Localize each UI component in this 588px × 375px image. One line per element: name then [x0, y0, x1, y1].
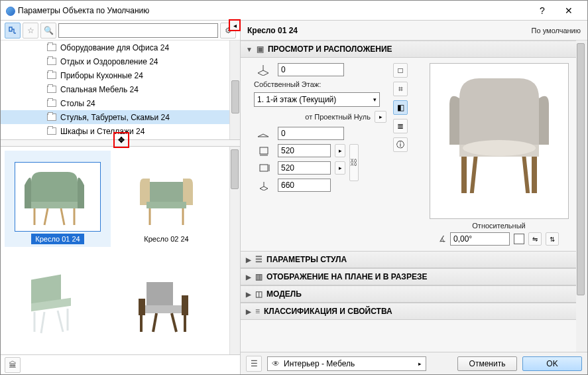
tree-item[interactable]: Отдых и Оздоровление 24	[1, 54, 240, 68]
chair-tree-icon	[8, 26, 17, 35]
search-button[interactable]: 🔍	[40, 23, 56, 38]
height-row	[254, 179, 345, 192]
tree-item-label: Оборудование для Офиса 24	[60, 43, 169, 52]
titlebar: Параметры Объекта по Умолчанию ? ✕	[1, 1, 587, 21]
mirror-y-button[interactable]: ⇅	[546, 232, 559, 246]
library-tree-button[interactable]	[5, 23, 21, 38]
section-model-head[interactable]: ▶ ◫ МОДЕЛЬ	[241, 285, 587, 303]
plan-icon: ⌗	[398, 84, 403, 94]
svg-line-11	[58, 311, 63, 332]
width-icon	[254, 144, 274, 157]
layer-combo-value: Интерьер - Мебель	[284, 359, 355, 368]
chain-icon: ⛓	[350, 158, 358, 167]
width-flip-button[interactable]: ▸	[335, 144, 345, 157]
height-input[interactable]	[278, 179, 331, 192]
tree-scroll-thumb[interactable]	[231, 80, 239, 113]
library-manager-button[interactable]: 🏛	[5, 357, 21, 373]
square-icon: □	[398, 66, 402, 75]
left-footer: 🏛	[1, 354, 240, 374]
left-panel: ◂ ☆ 🔍 ⚙ Оборудование для Офиса 24	[1, 21, 241, 374]
preview-mode-symbol[interactable]: □	[393, 63, 408, 78]
dialog-body: ◂ ☆ 🔍 ⚙ Оборудование для Офиса 24	[1, 21, 587, 374]
object-thumb	[15, 162, 101, 232]
depth-flip-button[interactable]: ▸	[335, 161, 345, 175]
reference-button[interactable]: ▸	[375, 111, 386, 123]
ok-button[interactable]: OK	[522, 356, 582, 371]
move-cursor-icon: ✥	[113, 132, 129, 148]
list-icon: ≡	[255, 307, 260, 316]
mirror-x-button[interactable]: ⇋	[528, 232, 542, 246]
help-button[interactable]: ?	[529, 1, 556, 20]
chevron-right-icon: ▸	[418, 360, 422, 367]
svg-line-2	[44, 208, 48, 225]
angle-input[interactable]	[450, 232, 510, 246]
object-item[interactable]	[113, 250, 219, 346]
folder-icon	[47, 44, 56, 51]
grid-scrollbar[interactable]	[229, 147, 240, 354]
tree-item[interactable]: Столы 24	[1, 96, 240, 110]
origin-z-input[interactable]	[278, 63, 344, 76]
chevron-right-icon: ▶	[246, 308, 251, 315]
layer-combo[interactable]: 👁 Интерьер - Мебель ▸	[267, 356, 426, 371]
own-story-label: Собственный Этаж:	[254, 80, 386, 88]
level-icon	[254, 127, 274, 140]
project-zero-input[interactable]	[278, 127, 344, 140]
section-params-head[interactable]: ▶ ☰ ПАРАМЕТРЫ СТУЛА	[241, 251, 587, 268]
params-icon: ☰	[255, 255, 263, 264]
favorite-button[interactable]: ☆	[23, 23, 38, 38]
grid-scroll-thumb[interactable]	[231, 149, 239, 189]
preview-3d[interactable]	[430, 63, 569, 219]
story-select[interactable]: 1. 1-й этаж (Текущий) ▾	[254, 92, 380, 107]
object-item[interactable]	[5, 250, 111, 346]
story-select-value: 1. 1-й этаж (Текущий)	[257, 95, 336, 104]
link-dimensions-button[interactable]: ⛓	[349, 144, 359, 181]
preview-mode-elevation[interactable]: ≣	[393, 119, 408, 133]
tree-item[interactable]: Оборудование для Офиса 24	[1, 40, 240, 54]
close-button[interactable]: ✕	[556, 1, 582, 20]
section-class-head[interactable]: ▶ ≡ КЛАССИФИКАЦИЯ И СВОЙСТВА	[241, 303, 587, 320]
relative-label: Относительный	[472, 222, 525, 230]
width-input[interactable]	[278, 144, 331, 157]
object-item-selected[interactable]: Кресло 01 24	[5, 151, 111, 247]
preview-info[interactable]: ⓘ	[393, 137, 408, 152]
cancel-button[interactable]: Отменить	[457, 356, 517, 371]
split-divider[interactable]: ✥	[1, 140, 240, 147]
chevron-down-icon: ▾	[373, 96, 377, 103]
collapse-left-button[interactable]: ◂	[229, 19, 241, 31]
search-input[interactable]	[58, 23, 218, 38]
tree-scrollbar[interactable]	[229, 40, 240, 139]
folder-icon	[47, 86, 56, 93]
section-model-title: МОДЕЛЬ	[266, 289, 302, 299]
info-icon: ⓘ	[396, 139, 404, 151]
folder-icon	[47, 113, 56, 121]
depth-icon	[254, 161, 274, 175]
right-scrollbar[interactable]	[576, 40, 587, 352]
svg-rect-27	[532, 157, 537, 193]
section-plan-head[interactable]: ▶ ▥ ОТОБРАЖЕНИЕ НА ПЛАНЕ И В РАЗРЕЗЕ	[241, 268, 587, 285]
tree-item-label: Стулья, Табуреты, Скамьи 24	[60, 113, 170, 122]
height-icon	[254, 179, 274, 192]
from-zero-row: от Проектный Нуль ▸	[254, 111, 386, 123]
tree-item[interactable]: Спальная Мебель 24	[1, 82, 240, 96]
layers-icon: ☰	[251, 359, 258, 368]
svg-rect-22	[260, 147, 268, 154]
preview-mode-3d[interactable]: ◧	[393, 100, 408, 115]
depth-input[interactable]	[278, 161, 331, 175]
tree-item-label: Приборы Кухонные 24	[60, 71, 143, 80]
right-scroll-thumb[interactable]	[577, 43, 585, 295]
object-grid: Кресло 01 24	[1, 147, 229, 354]
svg-rect-28	[469, 157, 477, 193]
svg-rect-15	[182, 295, 188, 315]
preview-mode-plan[interactable]: ⌗	[393, 82, 408, 96]
chevron-right-icon: ▶	[246, 256, 251, 263]
object-item[interactable]: Кресло 02 24	[113, 151, 219, 247]
tree-item[interactable]: Приборы Кухонные 24	[1, 68, 240, 82]
section-params-title: ПАРАМЕТРЫ СТУЛА	[266, 255, 347, 264]
right-header: Кресло 01 24 По умолчанию	[241, 21, 587, 40]
section-view-head[interactable]: ▼ ▣ ПРОСМОТР И РАСПОЛОЖЕНИЕ	[241, 40, 587, 58]
lock-angle-checkbox[interactable]	[514, 234, 524, 244]
tree-item-selected[interactable]: Стулья, Табуреты, Скамьи 24	[1, 110, 240, 124]
cube-icon: ▣	[257, 44, 264, 54]
cancel-button-label: Отменить	[469, 359, 506, 368]
layer-icon-button[interactable]: ☰	[246, 356, 262, 372]
